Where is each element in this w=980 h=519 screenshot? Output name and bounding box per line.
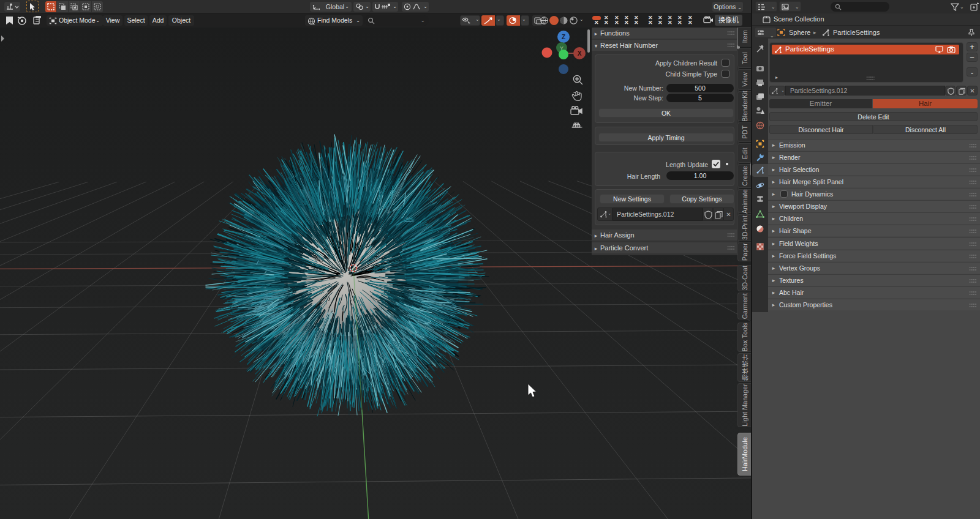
svg-text:Z: Z	[562, 34, 565, 40]
svg-text:X: X	[578, 50, 582, 57]
